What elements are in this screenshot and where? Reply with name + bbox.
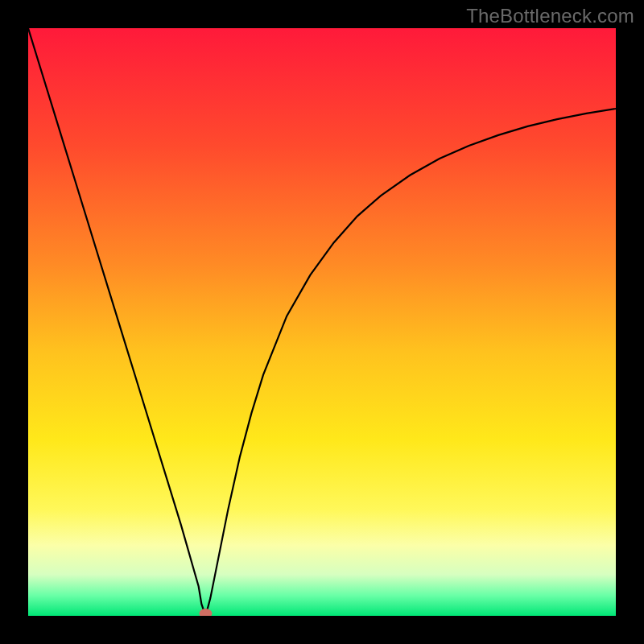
plot-svg	[28, 28, 616, 616]
gradient-background	[28, 28, 616, 616]
plot-area	[28, 28, 616, 616]
watermark-text: TheBottleneck.com	[466, 5, 634, 27]
chart-container: TheBottleneck.com	[0, 0, 644, 644]
